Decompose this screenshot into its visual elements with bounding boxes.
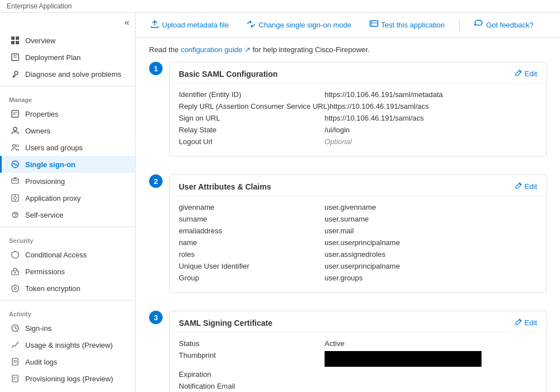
field-row: Logout Url Optional	[179, 137, 537, 146]
selfservice-icon	[11, 210, 20, 219]
sidebar-item-permissions[interactable]: Permissions	[0, 263, 135, 280]
field-row: Group user.groups	[179, 274, 537, 282]
sidebar-item-overview[interactable]: Overview	[0, 32, 135, 49]
section-1-body: Identifier (Entity ID) https://10.106.46…	[170, 84, 546, 156]
test-icon	[369, 20, 378, 30]
section-2-card: User Attributes & Claims Edit givenname …	[169, 174, 547, 293]
insights-icon	[11, 340, 20, 349]
svg-rect-32	[12, 375, 18, 382]
permissions-icon	[11, 267, 20, 276]
field-value-emailaddress: user.mail	[325, 227, 354, 235]
svg-point-26	[15, 272, 16, 273]
signin-icon	[11, 324, 20, 333]
sidebar-item-app-proxy[interactable]: Application proxy	[0, 190, 135, 206]
sidebar-divider-3	[0, 300, 135, 301]
field-label-entity-id: Identifier (Entity ID)	[179, 90, 325, 99]
field-label-expiration: Expiration	[179, 370, 325, 379]
field-value-givenname: user.givenname	[325, 203, 376, 211]
field-row: emailaddress user.mail	[179, 227, 537, 235]
step-1-badge: 1	[149, 62, 163, 75]
thumbprint-value	[325, 351, 482, 367]
field-value-group: user.groups	[325, 274, 363, 282]
upload-icon	[150, 20, 159, 30]
svg-point-12	[13, 145, 16, 147]
field-row: Unique User Identifier user.userprincipa…	[179, 262, 537, 270]
config-guide-link[interactable]: configuration guide ↗	[181, 45, 252, 54]
svg-point-20	[14, 197, 17, 200]
activity-section-label: Activity	[0, 304, 135, 320]
section-1-header: Basic SAML Configuration Edit	[170, 62, 546, 84]
field-label-surname: surname	[179, 215, 325, 223]
sidebar-item-users-groups[interactable]: Users and groups	[0, 139, 135, 156]
feedback-button[interactable]: Got feedback?	[471, 17, 537, 33]
sidebar-item-self-service[interactable]: Self-service	[0, 206, 135, 223]
top-bar: Enterprise Application	[0, 0, 560, 13]
edit-3-icon	[515, 318, 522, 328]
field-label-roles: roles	[179, 250, 325, 259]
ca-icon	[11, 250, 20, 259]
change-sso-button[interactable]: Change single sign-on mode	[243, 17, 355, 33]
sidebar-item-sso[interactable]: Single sign-on	[0, 156, 135, 173]
sidebar-label-sso: Single sign-on	[25, 160, 76, 169]
feedback-label: Got feedback?	[486, 21, 534, 29]
feedback-icon	[474, 20, 483, 30]
section-2-title: User Attributes & Claims	[179, 182, 271, 191]
field-label-notification-email: Notification Email	[179, 382, 325, 390]
test-application-button[interactable]: Test this application	[366, 17, 448, 33]
sidebar-label-app-proxy: Application proxy	[25, 194, 81, 202]
field-row: Thumbprint	[179, 351, 537, 367]
svg-rect-8	[12, 110, 18, 117]
sidebar-item-diagnose[interactable]: Diagnose and solve problems	[0, 66, 135, 82]
svg-rect-2	[11, 41, 15, 44]
field-value-reply-url: https://10.106.46.191/saml/acs	[330, 102, 429, 110]
field-label-emailaddress: emailaddress	[179, 227, 325, 235]
sidebar-label-usage-insights: Usage & insights (Preview)	[25, 341, 113, 349]
sidebar-item-deployment[interactable]: Deployment Plan	[0, 49, 135, 66]
section-2-edit-button[interactable]: Edit	[515, 182, 537, 191]
field-value-relay-state: /ui/login	[325, 126, 350, 134]
provisioning-icon	[11, 177, 20, 186]
change-sso-label: Change single sign-on mode	[258, 21, 351, 29]
section-2-body: givenname user.givenname surname user.su…	[170, 196, 546, 292]
section-3-edit-button[interactable]: Edit	[515, 318, 537, 328]
field-label-relay-state: Relay State	[179, 126, 325, 134]
upload-metadata-label: Upload metadata file	[162, 21, 229, 29]
sidebar-item-provisioning-logs[interactable]: Provisioning logs (Preview)	[0, 370, 135, 387]
svg-rect-3	[16, 41, 19, 44]
sidebar-label-deployment: Deployment Plan	[25, 53, 81, 62]
external-link-icon: ↗	[244, 45, 251, 54]
grid-icon	[11, 36, 20, 45]
config-guide-label: configuration guide	[181, 45, 242, 54]
upload-metadata-button[interactable]: Upload metadata file	[147, 17, 232, 33]
sidebar-item-sign-ins[interactable]: Sign-ins	[0, 320, 135, 336]
sidebar-label-users-groups: Users and groups	[25, 144, 83, 152]
sidebar: « Overview Deployment Plan Diagnose and …	[0, 13, 136, 392]
manage-section-label: Manage	[0, 90, 135, 105]
edit-1-icon	[515, 69, 522, 79]
svg-point-13	[16, 145, 18, 147]
toolbar: Upload metadata file Change single sign-…	[136, 13, 560, 38]
field-label-reply-url: Reply URL (Assertion Consumer Service UR…	[179, 102, 330, 110]
svg-point-24	[15, 216, 16, 217]
sidebar-item-properties[interactable]: Properties	[0, 105, 135, 122]
field-value-roles: user.assignedroles	[325, 250, 385, 259]
section-3-header: SAML Signing Certificate Edit	[170, 311, 546, 333]
sidebar-item-audit-logs[interactable]: Audit logs	[0, 353, 135, 370]
svg-rect-35	[370, 21, 378, 26]
sidebar-item-token-encryption[interactable]: Token encryption	[0, 280, 135, 297]
section-1-edit-button[interactable]: Edit	[515, 69, 537, 79]
field-value-logout-url: Optional	[325, 137, 351, 146]
sidebar-item-conditional-access[interactable]: Conditional Access	[0, 246, 135, 263]
sidebar-label-conditional-access: Conditional Access	[25, 251, 87, 259]
sidebar-item-usage-insights[interactable]: Usage & insights (Preview)	[0, 336, 135, 353]
field-row: surname user.surname	[179, 215, 537, 223]
sidebar-item-provisioning[interactable]: Provisioning	[0, 173, 135, 190]
field-row: Status Active	[179, 339, 537, 348]
field-row: Sign on URL https://10.106.46.191/saml/a…	[179, 114, 537, 122]
collapse-button[interactable]: «	[124, 17, 129, 27]
info-text-suffix: for help integrating Cisco-Firepower.	[253, 45, 370, 54]
step-3-badge: 3	[149, 311, 163, 324]
sidebar-label-overview: Overview	[25, 36, 55, 45]
sidebar-item-owners[interactable]: Owners	[0, 122, 135, 139]
field-row: Notification Email	[179, 382, 537, 390]
